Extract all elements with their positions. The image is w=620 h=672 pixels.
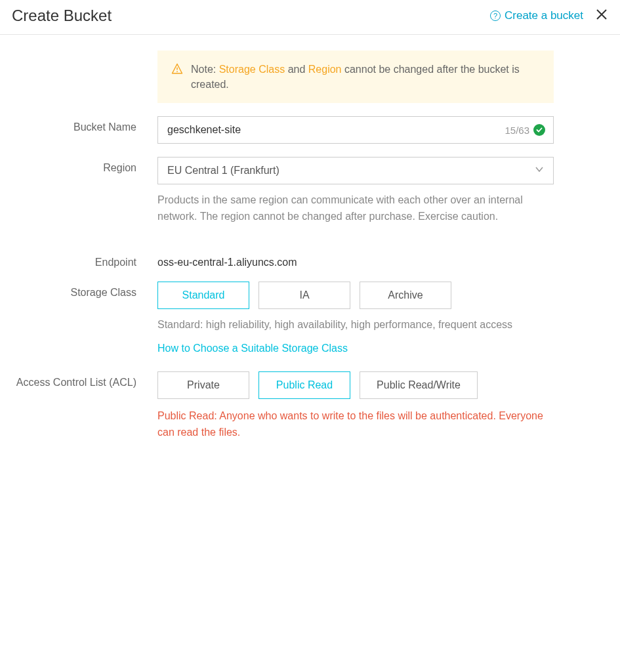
note-region: Region bbox=[308, 64, 342, 75]
acl-row: Access Control List (ACL) Private Public… bbox=[0, 371, 620, 441]
note-text: Note: Storage Class and Region cannot be… bbox=[191, 62, 540, 92]
bucket-name-input-wrap[interactable]: 15/63 bbox=[157, 116, 554, 144]
region-select[interactable]: EU Central 1 (Frankfurt) bbox=[157, 157, 554, 184]
chevron-down-icon bbox=[535, 165, 544, 177]
svg-point-1 bbox=[176, 71, 178, 72]
region-helper: Products in the same region can communic… bbox=[157, 192, 554, 225]
storage-class-helper: Standard: high reliability, high availab… bbox=[157, 317, 554, 333]
storage-class-ia[interactable]: IA bbox=[258, 282, 350, 309]
acl-public-read-write[interactable]: Public Read/Write bbox=[360, 371, 478, 399]
bucket-name-label: Bucket Name bbox=[0, 116, 157, 133]
acl-warning: Public Read: Anyone who wants to write t… bbox=[157, 408, 554, 441]
acl-options: Private Public Read Public Read/Write bbox=[157, 371, 554, 399]
region-label: Region bbox=[0, 157, 157, 174]
help-link-label: Create a bucket bbox=[505, 9, 583, 22]
storage-class-guide-link[interactable]: How to Choose a Suitable Storage Class bbox=[157, 343, 348, 354]
acl-public-read[interactable]: Public Read bbox=[258, 371, 350, 399]
header-actions: ? Create a bucket bbox=[490, 8, 608, 24]
note-box: Note: Storage Class and Region cannot be… bbox=[157, 51, 554, 103]
warning-icon bbox=[171, 63, 183, 92]
panel-title: Create Bucket bbox=[12, 7, 112, 25]
note-storage-class: Storage Class bbox=[219, 64, 285, 75]
form-body: Note: Storage Class and Region cannot be… bbox=[0, 35, 620, 440]
acl-private[interactable]: Private bbox=[157, 371, 249, 399]
storage-class-label: Storage Class bbox=[0, 282, 157, 299]
panel-header: Create Bucket ? Create a bucket bbox=[0, 0, 620, 35]
endpoint-value: oss-eu-central-1.aliyuncs.com bbox=[157, 251, 554, 268]
endpoint-label: Endpoint bbox=[0, 251, 157, 268]
bucket-name-counter: 15/63 bbox=[505, 125, 529, 136]
check-circle-icon bbox=[533, 124, 545, 136]
close-icon[interactable] bbox=[595, 8, 608, 24]
storage-class-standard[interactable]: Standard bbox=[157, 282, 249, 309]
acl-label: Access Control List (ACL) bbox=[0, 371, 157, 388]
storage-class-archive[interactable]: Archive bbox=[360, 282, 451, 309]
region-select-value: EU Central 1 (Frankfurt) bbox=[167, 165, 279, 177]
region-row: Region EU Central 1 (Frankfurt) Products… bbox=[0, 157, 620, 225]
storage-class-options: Standard IA Archive bbox=[157, 282, 554, 309]
storage-class-row: Storage Class Standard IA Archive Standa… bbox=[0, 282, 620, 354]
help-circle-icon: ? bbox=[490, 10, 501, 21]
bucket-name-row: Bucket Name 15/63 bbox=[0, 116, 620, 144]
endpoint-row: Endpoint oss-eu-central-1.aliyuncs.com bbox=[0, 251, 620, 268]
bucket-name-input[interactable] bbox=[166, 123, 505, 136]
note-row: Note: Storage Class and Region cannot be… bbox=[0, 51, 620, 103]
help-link[interactable]: ? Create a bucket bbox=[490, 9, 583, 22]
